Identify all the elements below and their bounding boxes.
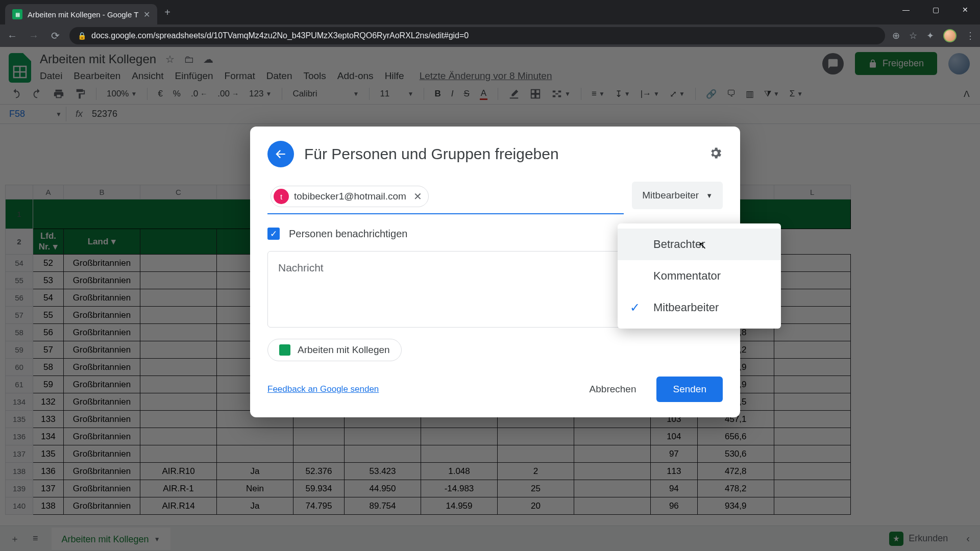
dialog-settings-button[interactable] (708, 146, 723, 162)
cancel-button[interactable]: Abbrechen (579, 377, 647, 402)
chip-email: tobibecker1@hotmail.com (294, 191, 406, 202)
extensions-icon[interactable]: ✦ (926, 30, 934, 41)
lock-icon: 🔒 (78, 32, 86, 40)
recipient-chip[interactable]: t tobibecker1@hotmail.com ✕ (271, 186, 429, 207)
role-option-commenter[interactable]: Kommentator (618, 260, 781, 292)
browser-tab[interactable]: ▦ Arbeiten mit Kollegen - Google T ✕ (5, 4, 157, 24)
sheets-file-icon (279, 344, 290, 356)
forward-button[interactable]: → (27, 30, 41, 42)
window-controls: ― ▢ ✕ (891, 0, 980, 19)
role-selected-label: Mitbearbeiter (642, 190, 699, 201)
back-button[interactable]: ← (5, 30, 19, 42)
close-window-button[interactable]: ✕ (950, 0, 980, 19)
tab-close-icon[interactable]: ✕ (143, 10, 150, 19)
profile-avatar-small[interactable] (943, 29, 957, 42)
dialog-title: Für Personen und Gruppen freigeben (304, 145, 698, 163)
menu-icon[interactable]: ⋮ (966, 30, 975, 41)
send-button[interactable]: Senden (656, 377, 723, 402)
chip-avatar-icon: t (274, 189, 289, 204)
tab-title: Arbeiten mit Kollegen - Google T (28, 10, 138, 19)
recipients-input[interactable]: t tobibecker1@hotmail.com ✕ (267, 182, 624, 214)
minimize-button[interactable]: ― (891, 0, 921, 19)
browser-toolbar: ← → ⟳ 🔒 docs.google.com/spreadsheets/d/1… (0, 24, 980, 47)
new-tab-button[interactable]: + (157, 7, 178, 18)
role-dropdown-menu: Betrachter Kommentator ✓ Mitbearbeiter (618, 223, 781, 329)
dialog-back-button[interactable] (267, 141, 294, 167)
sheets-favicon-icon: ▦ (12, 9, 22, 19)
maximize-button[interactable]: ▢ (921, 0, 950, 19)
attached-doc-chip: Arbeiten mit Kollegen (267, 339, 402, 361)
role-option-editor[interactable]: ✓ Mitbearbeiter (618, 292, 781, 323)
bookmark-icon[interactable]: ☆ (909, 30, 917, 41)
check-icon: ✓ (630, 300, 640, 315)
notify-label: Personen benachrichtigen (289, 228, 407, 240)
url-text: docs.google.com/spreadsheets/d/10TVamqMz… (91, 31, 469, 40)
address-bar[interactable]: 🔒 docs.google.com/spreadsheets/d/10TVamq… (69, 27, 885, 44)
role-select[interactable]: Mitbearbeiter ▼ (632, 182, 723, 209)
caret-down-icon: ▼ (706, 192, 713, 199)
zoom-icon[interactable]: ⊕ (892, 30, 900, 41)
notify-checkbox[interactable]: ✓ (267, 228, 280, 240)
chip-remove-icon[interactable]: ✕ (413, 190, 422, 203)
feedback-link[interactable]: Feedback an Google senden (267, 384, 379, 394)
role-option-viewer[interactable]: Betrachter (618, 229, 781, 260)
browser-tabstrip: ▦ Arbeiten mit Kollegen - Google T ✕ + ―… (0, 0, 980, 24)
reload-button[interactable]: ⟳ (48, 30, 62, 42)
